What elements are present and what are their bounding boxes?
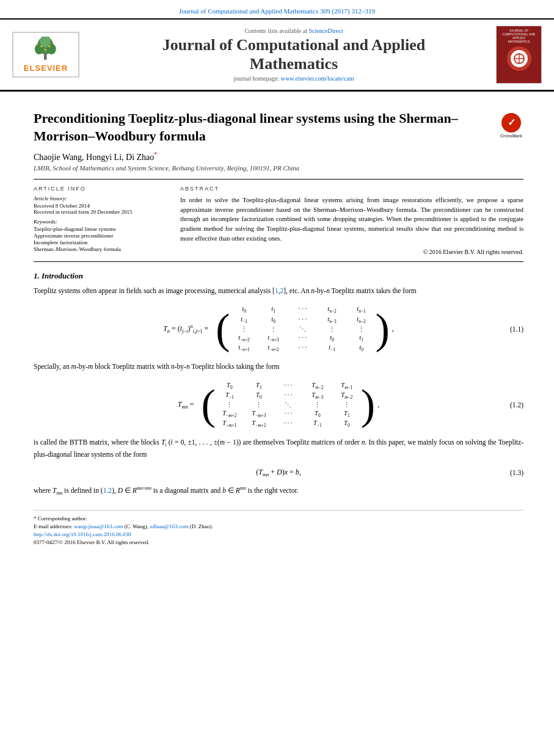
journal-header: ELSEVIER Contents lists available at Sci… bbox=[0, 20, 554, 92]
cover-logo-circle bbox=[507, 46, 531, 71]
intro-section-title: 1. Introduction bbox=[34, 271, 523, 281]
abstract-title: ABSTRACT bbox=[180, 186, 523, 192]
formula-1-3: (Tmn + D)x = b, (1.3) bbox=[34, 468, 523, 478]
svg-point-6 bbox=[48, 46, 50, 48]
article-info: ARTICLE INFO Article history: Received 8… bbox=[34, 186, 168, 255]
keyword-3: Incomplete factorization bbox=[34, 239, 168, 245]
affiliation: LMIB, School of Mathematics and System S… bbox=[34, 164, 523, 172]
intro-para1: Toeplitz systems often appear in fields … bbox=[34, 286, 523, 297]
email-1-link[interactable]: wangcjiuaa@163.com bbox=[74, 523, 123, 529]
journal-cover-image: JOURNAL OFCOMPUTATIONAL ANDAPPLIEDMATHEM… bbox=[496, 26, 542, 84]
email-2-link[interactable]: zdluaa@163.com bbox=[150, 523, 188, 529]
sciencedirect-link[interactable]: ScienceDirect bbox=[308, 27, 343, 34]
formula-1-2: Tmn = ( T0 T1 · · · Tm−2 Tm−1 T−1 T0 · · bbox=[34, 380, 523, 430]
paper-title: Preconditioning Toeplitz-plus-diagonal l… bbox=[34, 110, 499, 145]
svg-rect-0 bbox=[44, 54, 46, 60]
ref-1-2[interactable]: 1.2 bbox=[103, 487, 112, 494]
received-date: Received 8 October 2014 Received in revi… bbox=[34, 203, 168, 215]
journal-homepage: journal homepage: www.elsevier.com/locat… bbox=[104, 75, 484, 82]
keyword-2: Approximate inverse preconditioner bbox=[34, 233, 168, 239]
divider-2 bbox=[34, 261, 523, 262]
svg-point-7 bbox=[45, 49, 46, 51]
info-abstract-section: ARTICLE INFO Article history: Received 8… bbox=[34, 186, 523, 255]
intro-para3: is called the BTTB matrix, where the blo… bbox=[34, 437, 523, 460]
divider-1 bbox=[34, 179, 523, 180]
keyword-4: Sherman–Morrison–Woodbury formula bbox=[34, 246, 168, 252]
journal-title-center: Contents lists available at ScienceDirec… bbox=[92, 27, 496, 82]
abstract-section: ABSTRACT In order to solve the Toeplitz-… bbox=[180, 186, 523, 255]
paper-title-block: Preconditioning Toeplitz-plus-diagonal l… bbox=[34, 110, 523, 145]
main-content: Preconditioning Toeplitz-plus-diagonal l… bbox=[0, 92, 554, 556]
doi-line: http://dx.doi.org/10.1016/j.cam.2016.06.… bbox=[34, 531, 523, 537]
formula-number-1-1: (1.1) bbox=[510, 325, 523, 333]
sciencedirect-label: Contents lists available at ScienceDirec… bbox=[104, 27, 484, 34]
corresponding-author-note: * Corresponding author. bbox=[34, 515, 523, 522]
formula-1-1: Tn = (tj−i)ni,j=1 = ( t0 t1 · · · tn−2 t… bbox=[34, 303, 523, 354]
article-history-label: Article history: bbox=[34, 195, 168, 202]
top-bar: Journal of Computational and Applied Mat… bbox=[0, 0, 554, 20]
cover-icon bbox=[513, 53, 525, 65]
keywords-list: Toeplitz-plus-diagonal linear systems Ap… bbox=[34, 226, 168, 252]
email-note: E-mail addresses: wangcjiuaa@163.com (C.… bbox=[34, 523, 523, 529]
doi-link[interactable]: http://dx.doi.org/10.1016/j.cam.2016.06.… bbox=[34, 531, 131, 537]
formula-number-1-3: (1.3) bbox=[510, 469, 523, 476]
copyright-line: © 2016 Elsevier B.V. All rights reserved… bbox=[180, 249, 523, 255]
journal-full-name: Journal of Computational and Applied Mat… bbox=[104, 35, 484, 73]
svg-point-5 bbox=[40, 46, 42, 48]
homepage-url[interactable]: www.elsevier.com/locate/cam bbox=[281, 75, 354, 82]
crossmark-block: ✓ CrossMark bbox=[499, 113, 523, 139]
crossmark-label: CrossMark bbox=[500, 133, 522, 139]
abstract-text: In order to solve the Toeplitz-plus-diag… bbox=[180, 195, 523, 244]
elsevier-tree-icon bbox=[27, 37, 64, 61]
crossmark-icon: ✓ bbox=[501, 113, 521, 133]
footer-section: * Corresponding author. E-mail addresses… bbox=[34, 510, 523, 545]
issn-line: 0377-0427/© 2016 Elsevier B.V. All right… bbox=[34, 539, 523, 545]
elsevier-logo: ELSEVIER bbox=[12, 32, 92, 78]
keywords-label: Keywords: bbox=[34, 219, 168, 225]
authors: Chaojie Wang, Hongyi Li, Di Zhao* bbox=[34, 151, 523, 162]
intro-para2: Specially, an m-by-m block Toeplitz matr… bbox=[34, 362, 523, 373]
elsevier-text: ELSEVIER bbox=[24, 64, 68, 73]
article-info-title: ARTICLE INFO bbox=[34, 186, 168, 192]
keyword-1: Toeplitz-plus-diagonal linear systems bbox=[34, 226, 168, 232]
formula-number-1-2: (1.2) bbox=[510, 401, 523, 409]
intro-para4: where Tmn is defined in (1.2), D ∈ Rmn×m… bbox=[34, 485, 523, 498]
journal-title-link[interactable]: Journal of Computational and Applied Mat… bbox=[179, 7, 375, 15]
